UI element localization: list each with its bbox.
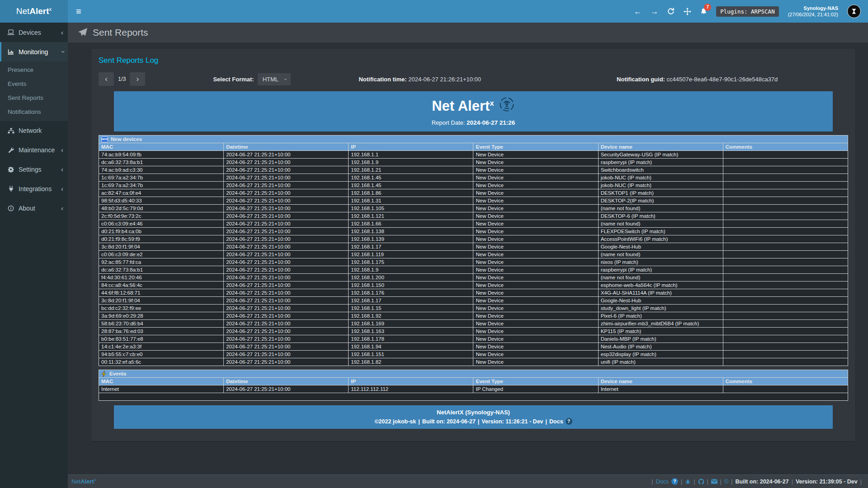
cell: New Device (473, 212, 598, 220)
cell: 192.168.1.121 (349, 212, 473, 220)
cell (723, 228, 848, 235)
plugins-status-badge[interactable]: Plugins: ARPSCAN (716, 6, 778, 17)
notification-count-badge: 7 (704, 4, 711, 11)
refresh-icon[interactable] (667, 8, 675, 15)
cell: 192.168.1.169 (349, 320, 473, 328)
mac-link[interactable]: 1c:69:7a:a2:34:7b (99, 174, 224, 182)
sidebar-item-monitoring[interactable]: Monitoring ‹ (0, 42, 68, 61)
mac-link[interactable]: 98:5f:d3:d5:40:33 (99, 197, 224, 205)
mac-link[interactable]: 3a:9d:69:e0:29:28 (99, 312, 224, 320)
cell: 2024-06-27 21:25:21+10:00 (224, 251, 349, 258)
app-logo[interactable]: NetAlertx (0, 0, 68, 23)
report-banner: Net Alertx Report Date: 2024-06-27 21:26 (114, 91, 833, 131)
section-header: Events (99, 370, 848, 378)
mac-link[interactable]: 1c:69:7a:a2:34:7b (99, 182, 224, 189)
mac-link[interactable]: 94:b5:55:c7:cb:e0 (99, 351, 224, 358)
sidebar-item-settings[interactable]: Settings ‹ (0, 160, 68, 179)
sidebar-item-network[interactable]: Network (0, 121, 68, 140)
prev-page-button[interactable]: ‹ (99, 72, 114, 86)
sidebar-item-devices[interactable]: Devices ‹ (0, 23, 68, 42)
cell (723, 289, 848, 297)
cell: 2024-06-27 21:25:21+10:00 (224, 220, 349, 228)
mac-link[interactable]: bc:dd:c2:32:f9:ee (99, 305, 224, 312)
notifications-bell-icon[interactable]: 7 (700, 8, 707, 15)
user-avatar[interactable] (847, 5, 861, 18)
nav-back-icon[interactable]: ← (634, 8, 642, 15)
cell: 2024-06-27 21:25:21+10:00 (224, 282, 349, 289)
cell: (name not found) (598, 251, 723, 258)
next-page-button[interactable]: › (130, 72, 145, 86)
sidebar-item-notifications[interactable]: Notifications (0, 105, 68, 119)
cell: X4G-AU-SHA1114A (IP match) (598, 289, 723, 297)
sidebar-toggle-icon[interactable]: ≡ (68, 6, 90, 17)
cell (723, 251, 848, 258)
cell: New Device (473, 282, 598, 289)
cell (723, 243, 848, 251)
cell: New Device (473, 182, 598, 189)
cell: New Device (473, 266, 598, 274)
bug-report-icon[interactable] (685, 479, 691, 484)
new-devices-table: NEWNew devicesMACDatetimeIPEvent TypeDev… (99, 135, 848, 366)
mac-link[interactable]: 48:b0:2d:5c:79:0d (99, 205, 224, 212)
sidebar-item-maintenance[interactable]: Maintenance ‹ (0, 140, 68, 160)
sidebar-item-about[interactable]: About ‹ (0, 198, 68, 218)
mac-link[interactable]: dc:a6:32:73:8a:b1 (99, 159, 224, 166)
mac-link[interactable]: 3c:8d:20:f1:9f:04 (99, 297, 224, 305)
mac-link[interactable]: 58:b6:23:70:d6:b4 (99, 320, 224, 328)
cell: 192.168.1.178 (349, 335, 473, 343)
cell: 192.168.1.9 (349, 159, 473, 166)
cell (723, 182, 848, 189)
copyright-icon[interactable]: © (724, 479, 728, 485)
mac-link[interactable]: 74:ac:b9:54:09:fb (99, 151, 224, 159)
nav-forward-icon[interactable]: → (651, 8, 658, 15)
cell (723, 312, 848, 320)
cell (723, 282, 848, 289)
mac-link[interactable]: 2c:f0:5d:9e:73:2c (99, 212, 224, 220)
mac-link[interactable]: d0:21:f9:b4:ca:0b (99, 228, 224, 235)
sidebar: Devices ‹ Monitoring ‹ Presence Events S… (0, 23, 68, 488)
mac-link[interactable]: 28:87:ba:76:ed:03 (99, 328, 224, 335)
cell: 2024-06-27 21:25:21+10:00 (224, 297, 349, 305)
mac-link[interactable]: ac:82:47:ca:0f:e4 (99, 189, 224, 197)
cell: Google-Nest-Hub (598, 243, 723, 251)
cell: 192.168.1.139 (349, 235, 473, 243)
column-header: Comments (723, 143, 848, 151)
report-footer-meta: ©2022 jokob-sk | Built on: 2024-06-27 | … (114, 418, 833, 425)
mac-link[interactable]: f4:4d:30:61:20:46 (99, 274, 224, 282)
table-row: 84:cc:a8:4a:56:4c2024-06-27 21:25:21+10:… (99, 282, 848, 289)
mac-link[interactable]: 92:ac:85:77:fd:ca (99, 258, 224, 266)
question-icon[interactable]: ? (566, 418, 572, 425)
footer-brand[interactable]: NetAlertX (71, 478, 96, 485)
move-arrows-icon[interactable] (684, 8, 691, 15)
mac-link[interactable]: b0:be:83:51:77:e8 (99, 335, 224, 343)
mac-link[interactable]: c0:06:c3:09:de:e2 (99, 251, 224, 258)
github-icon[interactable] (698, 479, 704, 485)
mac-link[interactable]: 44:6f:f8:12:68:71 (99, 289, 224, 297)
mac-link[interactable]: dc:a6:32:73:8a:b1 (99, 266, 224, 274)
cell: esp32display (IP match) (598, 351, 723, 358)
question-icon[interactable]: ? (671, 478, 678, 485)
footer-docs-link[interactable]: Docs (656, 479, 669, 485)
format-select[interactable]: HTML ‹ (258, 73, 291, 85)
mac-link[interactable]: 00:11:32:ef:a5:6c (99, 358, 224, 366)
cell: 2024-06-27 21:25:21+10:00 (224, 274, 349, 282)
sidebar-item-label: Maintenance (19, 146, 55, 154)
cell: 2024-06-27 21:25:21+10:00 (224, 266, 349, 274)
mac-link[interactable]: 74:ac:b9:ad:c3:30 (99, 166, 224, 174)
cell: SecurityGateway-USG (IP match) (598, 151, 723, 159)
mac-link[interactable]: 3c:8d:20:f1:9f:04 (99, 243, 224, 251)
sidebar-item-presence[interactable]: Presence (0, 63, 68, 77)
cell: 192.168.1.86 (349, 189, 473, 197)
mac-link[interactable]: d0:21:f9:8c:59:f9 (99, 235, 224, 243)
sidebar-item-label: Devices (19, 29, 41, 36)
sidebar-item-integrations[interactable]: Integrations ‹ (0, 179, 68, 198)
report-version: Version: 11:26:21 - Dev (481, 418, 543, 425)
mac-link[interactable]: c0:06:c3:09:e4:46 (99, 220, 224, 228)
sidebar-item-events[interactable]: Events (0, 77, 68, 91)
mac-link[interactable]: 14:c1:4e:2e:a3:3f (99, 343, 224, 351)
mac-link[interactable]: 84:cc:a8:4a:56:4c (99, 282, 224, 289)
table-row: 3a:9d:69:e0:29:282024-06-27 21:25:21+10:… (99, 312, 848, 320)
sidebar-item-sent-reports[interactable]: Sent Reports (0, 91, 68, 105)
mail-icon[interactable] (711, 479, 717, 484)
report-docs-link[interactable]: Docs (549, 418, 563, 425)
